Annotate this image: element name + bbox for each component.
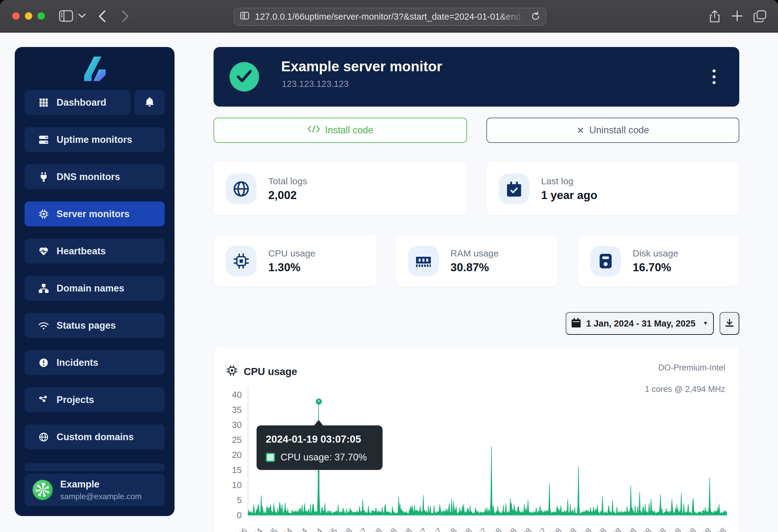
svg-text:04: 04 bbox=[311, 526, 324, 532]
monitor-header-card: Example server monitor 123.123.123.123 bbox=[214, 47, 739, 107]
date-range-button[interactable]: 1 Jan, 2024 - 31 May, 2025 ▼ bbox=[566, 312, 714, 335]
svg-text:08: 08 bbox=[580, 526, 593, 532]
svg-text:08: 08 bbox=[371, 526, 384, 532]
tooltip-value: CPU usage: 37.70% bbox=[281, 452, 367, 463]
sidebar-item-domain-names[interactable]: Domain names bbox=[24, 276, 165, 301]
profile-card[interactable]: Example sample@example.com bbox=[24, 474, 165, 506]
new-tab-icon[interactable] bbox=[731, 10, 743, 22]
sidebar-item-partial[interactable] bbox=[24, 463, 165, 471]
sidebar-item-dashboard[interactable]: Dashboard bbox=[24, 90, 130, 115]
chevron-down-icon[interactable] bbox=[78, 13, 86, 18]
back-icon[interactable] bbox=[98, 10, 106, 22]
stat-label: CPU usage bbox=[268, 248, 315, 259]
svg-text:07: 07 bbox=[356, 526, 369, 532]
sidebar-item-custom-domains[interactable]: Custom domains bbox=[24, 425, 165, 449]
zoom-window-button[interactable] bbox=[37, 12, 45, 20]
svg-text:05: 05 bbox=[326, 526, 339, 532]
cpu-usage-chart-card: CPU usage DO-Premium-Intel 1 cores @ 2,4… bbox=[214, 347, 739, 532]
svg-text:28: 28 bbox=[715, 526, 728, 532]
notifications-button[interactable] bbox=[135, 90, 165, 115]
install-code-label: Install code bbox=[325, 125, 373, 136]
date-range-label: 1 Jan, 2024 - 31 May, 2025 bbox=[586, 319, 696, 329]
svg-text:0: 0 bbox=[237, 510, 242, 520]
svg-text:30: 30 bbox=[232, 420, 242, 430]
svg-text:08: 08 bbox=[565, 526, 578, 532]
svg-text:08: 08 bbox=[595, 526, 608, 532]
stat-label: Last log bbox=[541, 176, 597, 186]
sidebar-item-dns-monitors[interactable]: DNS monitors bbox=[24, 164, 165, 189]
svg-text:07: 07 bbox=[431, 526, 444, 532]
code-icon bbox=[307, 125, 320, 136]
globe-icon bbox=[226, 174, 256, 204]
svg-text:10: 10 bbox=[232, 480, 242, 490]
sidebar-item-label: DNS monitors bbox=[57, 171, 120, 182]
svg-text:08: 08 bbox=[461, 526, 473, 532]
svg-text:5: 5 bbox=[237, 495, 242, 505]
svg-text:08: 08 bbox=[550, 526, 563, 532]
sidebar-item-projects[interactable]: Projects bbox=[24, 387, 165, 412]
microchip-icon bbox=[38, 209, 49, 219]
svg-text:08: 08 bbox=[341, 526, 354, 532]
svg-text:35: 35 bbox=[232, 405, 242, 415]
plug-icon bbox=[38, 172, 49, 182]
svg-text:04: 04 bbox=[281, 526, 294, 532]
status-badge bbox=[230, 62, 259, 92]
caret-down-icon: ▼ bbox=[703, 320, 708, 327]
svg-text:08: 08 bbox=[386, 526, 399, 532]
sidebar-item-label: Server monitors bbox=[57, 208, 130, 219]
sidebar-item-heartbeats[interactable]: Heartbeats bbox=[24, 239, 165, 264]
stat-value: 16.70% bbox=[633, 261, 678, 274]
avatar bbox=[32, 480, 53, 500]
reload-icon[interactable] bbox=[531, 11, 540, 22]
stat-card-last-log: Last log 1 year ago bbox=[486, 162, 739, 215]
svg-text:07: 07 bbox=[416, 526, 429, 532]
forward-icon[interactable] bbox=[122, 10, 129, 22]
x-icon: ✕ bbox=[577, 125, 585, 136]
svg-text:04: 04 bbox=[296, 526, 309, 532]
sidebar-item-label: Domain names bbox=[57, 283, 125, 294]
svg-text:26: 26 bbox=[236, 526, 249, 532]
close-window-button[interactable] bbox=[12, 12, 20, 20]
svg-text:20: 20 bbox=[232, 450, 242, 460]
app-window: 127.0.0.1/66uptime/server-monitor/3?&sta… bbox=[0, 0, 778, 532]
browser-chrome: 127.0.0.1/66uptime/server-monitor/3?&sta… bbox=[0, 0, 778, 32]
url-bar[interactable]: 127.0.0.1/66uptime/server-monitor/3?&sta… bbox=[234, 8, 546, 26]
calendar-icon bbox=[571, 318, 581, 330]
svg-text:08: 08 bbox=[640, 526, 653, 532]
url-text[interactable]: 127.0.0.1/66uptime/server-monitor/3?&sta… bbox=[255, 12, 531, 22]
svg-text:08: 08 bbox=[625, 526, 638, 532]
calendar-check-icon bbox=[499, 174, 529, 204]
svg-text:07: 07 bbox=[536, 526, 548, 532]
sidebar-item-label: Custom domains bbox=[57, 432, 134, 443]
tab-overview-icon[interactable] bbox=[754, 10, 766, 22]
tooltip-timestamp: 2024-01-19 03:07:05 bbox=[266, 433, 373, 445]
svg-text:08: 08 bbox=[685, 526, 698, 532]
stat-value: 1 year ago bbox=[541, 189, 597, 202]
memory-icon bbox=[408, 246, 439, 276]
stat-card-total-logs: Total logs 2,002 bbox=[214, 162, 467, 215]
hard-drive-icon bbox=[590, 246, 621, 276]
svg-text:25: 25 bbox=[232, 435, 242, 445]
uninstall-code-button[interactable]: ✕ Uninstall code bbox=[486, 118, 739, 143]
sidebar-item-server-monitors[interactable]: Server monitors bbox=[24, 201, 165, 227]
profile-name: Example bbox=[60, 479, 142, 490]
stat-label: RAM usage bbox=[451, 248, 499, 259]
sidebar-item-incidents[interactable]: Incidents bbox=[24, 350, 165, 375]
profile-email: sample@example.com bbox=[60, 492, 142, 501]
sidebar-item-label: Projects bbox=[57, 394, 94, 406]
chart-tooltip: 2024-01-19 03:07:05 CPU usage: 37.70% bbox=[256, 425, 383, 470]
sidebar-item-status-pages[interactable]: Status pages bbox=[24, 313, 165, 338]
minimize-window-button[interactable] bbox=[25, 12, 32, 20]
sidebar-toggle-icon[interactable] bbox=[59, 10, 73, 22]
install-code-button[interactable]: Install code bbox=[214, 118, 467, 143]
stat-value: 2,002 bbox=[268, 189, 307, 202]
share-icon[interactable] bbox=[709, 10, 720, 23]
kebab-menu-button[interactable] bbox=[708, 66, 720, 88]
stat-card-cpu: CPU usage 1.30% bbox=[214, 236, 376, 286]
stat-value: 30.87% bbox=[451, 261, 499, 274]
download-button[interactable] bbox=[720, 312, 739, 335]
svg-text:08: 08 bbox=[505, 526, 518, 532]
66uptime-logo bbox=[80, 55, 109, 84]
microchip-icon bbox=[226, 246, 256, 276]
sidebar-item-uptime-monitors[interactable]: Uptime monitors bbox=[24, 127, 165, 152]
